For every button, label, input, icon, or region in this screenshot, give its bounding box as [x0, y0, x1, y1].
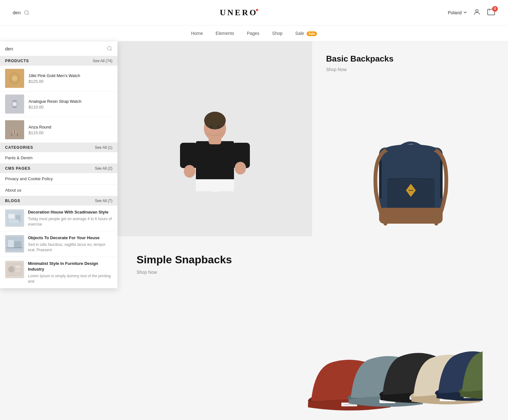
category-item-1[interactable]: Pants & Denim — [0, 152, 117, 164]
product-item-2[interactable]: Analogue Resin Strap Watch $110.00 — [0, 91, 117, 117]
blog-excerpt-1: Today most people get on average 4 to 6 … — [28, 216, 112, 227]
categories-section-header: CATEGORIES See All (1) — [0, 143, 117, 152]
search-dropdown: PRODUCTS See All (74) 18kt Pink Gold Men… — [0, 41, 117, 288]
product-info-1: 18kt Pink Gold Men's Watch $125.00 — [29, 73, 80, 84]
main-layout: PRODUCTS See All (74) 18kt Pink Gold Men… — [0, 41, 508, 420]
nav-item-home[interactable]: Home — [191, 31, 203, 36]
nav-item-shop[interactable]: Shop — [272, 31, 283, 36]
blogs-section-header: BLOGS See All (7) — [0, 196, 117, 206]
blog-title-3: Minimalist Style In Furniture Design Ind… — [28, 261, 112, 272]
categories-see-all[interactable]: See All (1) — [95, 145, 112, 150]
svg-line-5 — [110, 49, 111, 50]
product-thumb-1 — [5, 69, 24, 88]
product-name-3: Anza Round — [29, 125, 51, 129]
main-nav: Home Elements Pages Shop Sale Sale — [0, 25, 508, 41]
product-price-3: $115.00 — [29, 130, 51, 135]
products-section-header: PRODUCTS See All (74) — [0, 56, 117, 66]
product-item[interactable]: 18kt Pink Gold Men's Watch $125.00 — [0, 66, 117, 91]
header: den UNERO Poland 0 — [0, 0, 508, 25]
svg-line-1 — [28, 14, 29, 15]
products-title: PRODUCTS — [5, 59, 29, 63]
svg-rect-33 — [180, 143, 197, 168]
cms-section-header: CMS PAGES See All (2) — [0, 164, 117, 173]
snapback-shop-now[interactable]: Shop Now — [137, 270, 489, 275]
blog-info-2: Objects To Decorate For Your House Sed i… — [28, 235, 112, 253]
product-info-3: Anza Round $115.00 — [29, 125, 51, 135]
svg-rect-50 — [440, 160, 443, 198]
header-actions: Poland 0 — [448, 8, 495, 17]
svg-point-8 — [12, 76, 17, 81]
svg-line-15 — [11, 134, 12, 136]
search-text: den — [13, 10, 21, 15]
product-thumb-3 — [5, 120, 24, 139]
dropdown-body: PRODUCTS See All (74) 18kt Pink Gold Men… — [0, 56, 117, 288]
cart-badge: 0 — [492, 6, 498, 12]
cms-see-all[interactable]: See All (2) — [95, 166, 112, 171]
blogs-see-all[interactable]: See All (7) — [95, 199, 112, 203]
blog-excerpt-2: Sed in odio faucibus, sagittis lacus eu,… — [28, 242, 112, 253]
svg-point-2 — [476, 10, 478, 12]
svg-rect-32 — [196, 179, 234, 192]
blog-thumb-3 — [5, 261, 24, 278]
svg-rect-23 — [8, 240, 14, 248]
svg-point-36 — [235, 162, 246, 174]
blog-item-2[interactable]: Objects To Decorate For Your House Sed i… — [0, 231, 117, 257]
search-icon-dropdown[interactable] — [107, 46, 112, 51]
svg-line-16 — [17, 134, 18, 136]
cms-item-2[interactable]: About us — [0, 185, 117, 196]
backpack-banner: Basic Backpacks Shop Now — [313, 41, 508, 236]
search-icon[interactable] — [24, 10, 30, 16]
backpack-image — [363, 128, 458, 236]
svg-rect-38 — [217, 191, 234, 236]
svg-rect-28 — [16, 266, 21, 268]
blog-item-3[interactable]: Minimalist Style In Furniture Design Ind… — [0, 257, 117, 288]
blog-title-2: Objects To Decorate For Your House — [28, 235, 112, 241]
svg-point-42 — [210, 125, 213, 129]
product-thumb-2 — [5, 95, 24, 114]
nav-item-elements[interactable]: Elements — [216, 31, 234, 36]
svg-point-0 — [24, 10, 28, 14]
svg-rect-30 — [16, 273, 19, 275]
content-area: Basic Backpacks Shop Now — [117, 41, 508, 420]
nav-item-sale[interactable]: Sale Sale — [295, 31, 317, 36]
svg-rect-19 — [8, 214, 15, 219]
svg-point-52 — [385, 144, 436, 154]
products-see-all[interactable]: See All (74) — [93, 59, 112, 63]
blogs-title: BLOGS — [5, 199, 20, 203]
product-price-2: $110.00 — [29, 105, 81, 109]
product-item-3[interactable]: Anza Round $115.00 — [0, 117, 117, 143]
svg-point-12 — [13, 102, 17, 106]
svg-rect-49 — [379, 160, 382, 198]
blog-thumb-1 — [5, 209, 24, 227]
product-price-1: $125.00 — [29, 79, 80, 84]
svg-rect-24 — [14, 241, 21, 248]
svg-point-43 — [217, 125, 220, 129]
svg-rect-29 — [16, 269, 21, 272]
product-name-1: 18kt Pink Gold Men's Watch — [29, 73, 80, 78]
snapback-banner-title: Simple Snapbacks — [137, 253, 489, 266]
user-icon[interactable] — [473, 8, 481, 17]
backpack-shop-now[interactable]: Shop Now — [326, 67, 495, 72]
logo[interactable]: UNERO — [220, 8, 257, 17]
blog-thumb-2 — [5, 235, 24, 253]
search-bar-area: den — [13, 10, 30, 16]
sale-badge: Sale — [307, 31, 317, 36]
product-info-2: Analogue Resin Strap Watch $110.00 — [29, 99, 81, 109]
svg-rect-37 — [196, 191, 212, 236]
svg-point-35 — [184, 165, 195, 178]
country-selector[interactable]: Poland — [448, 10, 467, 15]
fashion-banner — [117, 41, 312, 236]
cms-item-1[interactable]: Privacy and Cookie Policy — [0, 173, 117, 185]
cart-icon[interactable]: 0 — [487, 9, 495, 17]
blog-item-1[interactable]: Decoration House With Scadinavan Style T… — [0, 206, 117, 231]
svg-point-41 — [204, 112, 226, 129]
svg-point-27 — [8, 266, 15, 272]
nav-item-pages[interactable]: Pages — [247, 31, 259, 36]
svg-point-4 — [107, 46, 111, 50]
cms-title: CMS PAGES — [5, 166, 30, 171]
search-input[interactable] — [5, 46, 107, 51]
blog-info-1: Decoration House With Scadinavan Style T… — [28, 209, 112, 227]
product-name-2: Analogue Resin Strap Watch — [29, 99, 81, 104]
backpack-banner-title: Basic Backpacks — [326, 54, 495, 64]
svg-rect-51 — [379, 208, 443, 224]
